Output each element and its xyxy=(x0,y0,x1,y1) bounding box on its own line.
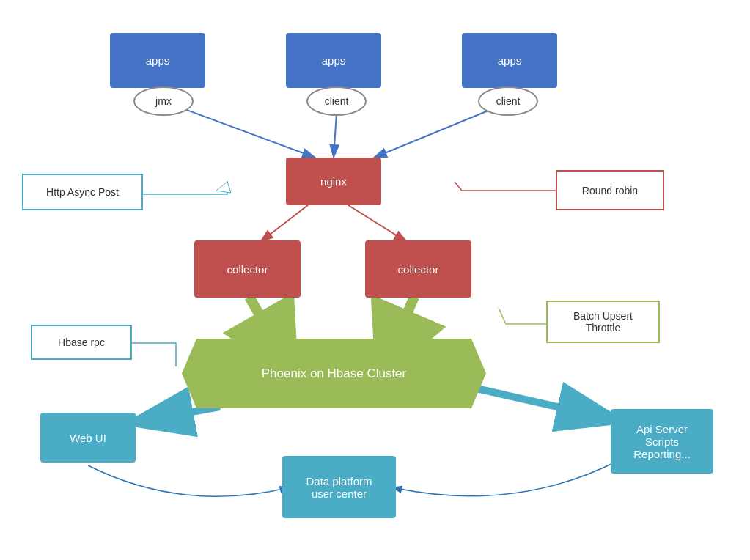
webui-box: Web UI xyxy=(40,413,136,463)
diagram: apps apps apps jmx client client nginx c… xyxy=(0,0,750,560)
collector2-label: collector xyxy=(398,263,439,276)
datacenter-box: Data platform user center xyxy=(282,456,396,518)
collector1-label: collector xyxy=(227,263,268,276)
hbaserpc-label: Hbase rpc xyxy=(58,336,105,348)
http-callout: Http Async Post xyxy=(22,174,143,210)
phoenix-box: Phoenix on Hbase Cluster xyxy=(182,339,486,408)
phoenix-label: Phoenix on Hbase Cluster xyxy=(262,366,407,381)
collector2-box: collector xyxy=(365,240,471,298)
apps-label-3: apps xyxy=(498,54,522,67)
roundrobin-label: Round robin xyxy=(582,185,638,196)
client1-ellipse: client xyxy=(306,86,367,116)
nginx-label: nginx xyxy=(320,175,347,188)
svg-line-13 xyxy=(477,388,622,421)
batchupsert-callout: Batch Upsert Throttle xyxy=(546,301,660,343)
client2-label: client xyxy=(496,95,521,107)
apps-box-1: apps xyxy=(110,33,205,88)
svg-line-12 xyxy=(128,407,220,424)
svg-line-8 xyxy=(260,205,308,242)
apps-box-3: apps xyxy=(462,33,557,88)
apps-label-2: apps xyxy=(322,54,346,67)
hbaserpc-callout: Hbase rpc xyxy=(31,325,132,360)
roundrobin-callout: Round robin xyxy=(556,170,664,210)
nginx-box: nginx xyxy=(286,158,381,205)
jmx-ellipse: jmx xyxy=(133,86,194,116)
jmx-label: jmx xyxy=(155,95,172,107)
svg-line-9 xyxy=(348,205,407,242)
apps-box-2: apps xyxy=(286,33,381,88)
collector1-box: collector xyxy=(194,240,301,298)
svg-marker-14 xyxy=(216,182,231,193)
http-label: Http Async Post xyxy=(46,186,119,198)
client2-ellipse: client xyxy=(478,86,538,116)
apiserver-label: Api Server Scripts Reporting... xyxy=(633,423,691,460)
svg-line-5 xyxy=(165,102,315,158)
webui-label: Web UI xyxy=(70,432,106,444)
apiserver-box: Api Server Scripts Reporting... xyxy=(611,409,713,474)
datacenter-label: Data platform user center xyxy=(306,475,372,500)
apps-label-1: apps xyxy=(146,54,170,67)
client1-label: client xyxy=(325,95,349,107)
batchupsert-label: Batch Upsert Throttle xyxy=(573,310,633,334)
